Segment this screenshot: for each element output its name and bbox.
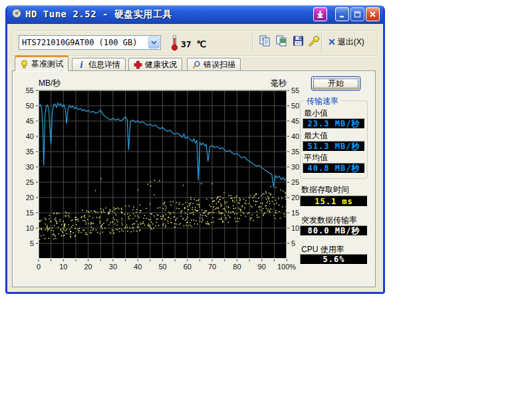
burst-rate-label: 突发数据传输率 xyxy=(301,215,357,226)
svg-text:MB/秒: MB/秒 xyxy=(39,78,61,88)
avg-label: 平均值 xyxy=(304,152,328,164)
svg-text:70: 70 xyxy=(208,263,216,271)
svg-text:20: 20 xyxy=(26,194,34,201)
drive-select[interactable]: HTS721010G9AT00 (100 GB) xyxy=(19,35,161,50)
app-window: HD Tune 2.52 - 硬盘实用工具 HTS721010G9AT00 (1… xyxy=(5,5,385,294)
info-icon: i xyxy=(77,61,86,69)
start-button[interactable]: 开始 xyxy=(311,76,360,90)
access-time-value: 15.1 ms xyxy=(300,196,368,207)
svg-text:50: 50 xyxy=(26,102,34,110)
chevron-down-icon[interactable] xyxy=(148,37,160,49)
maximize-button[interactable] xyxy=(350,7,364,21)
toolbar-separator xyxy=(252,33,253,51)
tab-error-scan[interactable]: 错误扫描 xyxy=(187,58,241,71)
svg-text:40: 40 xyxy=(134,263,142,271)
svg-text:80: 80 xyxy=(233,263,241,271)
red-cross-icon xyxy=(134,61,142,69)
copy-text-button[interactable] xyxy=(257,35,272,49)
tab-label: 信息详情 xyxy=(88,59,120,70)
temperature-indicator: 37 ℃ xyxy=(171,34,206,54)
svg-text:15: 15 xyxy=(26,209,34,217)
svg-text:5: 5 xyxy=(291,239,295,247)
svg-text:40: 40 xyxy=(26,132,34,140)
window-title: HD Tune 2.52 - 硬盘实用工具 xyxy=(25,9,172,21)
svg-text:100%: 100% xyxy=(277,263,296,271)
titlebar[interactable]: HD Tune 2.52 - 硬盘实用工具 xyxy=(7,5,383,24)
group-title: 传输速率 xyxy=(305,96,340,107)
svg-text:10: 10 xyxy=(59,263,67,271)
tab-label: 错误扫描 xyxy=(203,59,235,70)
copy-screenshot-icon xyxy=(276,35,287,49)
max-value: 51.3 MB/秒 xyxy=(303,141,365,152)
save-screenshot-button[interactable] xyxy=(291,35,305,49)
burst-rate-value: 80.0 MB/秒 xyxy=(300,225,368,236)
magnifier-icon xyxy=(192,61,201,69)
min-label: 最小值 xyxy=(304,108,328,119)
tab-benchmark[interactable]: 基准测试 xyxy=(15,55,68,71)
svg-text:0: 0 xyxy=(37,263,41,271)
svg-text:10: 10 xyxy=(26,224,34,232)
minimize-button[interactable] xyxy=(335,7,349,21)
wrench-icon xyxy=(308,35,320,49)
svg-text:30: 30 xyxy=(26,163,34,171)
access-time-label: 数据存取时间 xyxy=(301,184,349,196)
tab-info[interactable]: i 信息详情 xyxy=(72,58,126,71)
copy-text-icon xyxy=(259,35,271,49)
svg-text:25: 25 xyxy=(26,178,34,186)
benchmark-chart: 5510101515202025253030353540404545505055… xyxy=(13,71,300,272)
cpu-usage-value: 5.6% xyxy=(300,254,368,265)
lightbulb-icon xyxy=(20,60,29,68)
drive-select-value: HTS721010G9AT00 (100 GB) xyxy=(19,38,148,47)
toolbar-separator xyxy=(321,33,323,51)
min-value: 23.3 MB/秒 xyxy=(303,118,365,129)
update-download-button[interactable] xyxy=(313,7,327,21)
avg-value: 40.8 MB/秒 xyxy=(303,163,365,174)
svg-text:35: 35 xyxy=(26,148,34,156)
svg-text:55: 55 xyxy=(26,86,34,94)
client-area: HTS721010G9AT00 (100 GB) 37 ℃ xyxy=(7,24,383,292)
results-panel: 开始 传输速率 最小值 23.3 MB/秒 最大值 51.3 MB/秒 平均值 … xyxy=(299,71,375,284)
transfer-rate-group: 传输速率 最小值 23.3 MB/秒 最大值 51.3 MB/秒 平均值 40.… xyxy=(300,100,368,179)
max-label: 最大值 xyxy=(304,130,328,142)
tab-health[interactable]: 健康状况 xyxy=(128,58,182,71)
save-floppy-icon xyxy=(293,35,304,49)
close-button[interactable] xyxy=(366,7,380,21)
copy-screenshot-button[interactable] xyxy=(274,35,289,49)
options-button[interactable] xyxy=(307,35,321,49)
exit-x-icon: ✕ xyxy=(328,37,336,47)
thermometer-icon xyxy=(171,34,178,54)
svg-text:20: 20 xyxy=(84,263,92,271)
svg-text:毫秒: 毫秒 xyxy=(271,78,287,88)
svg-text:50: 50 xyxy=(158,263,166,271)
benchmark-tab-page: 5510101515202025253030353540404545505055… xyxy=(12,70,376,287)
tab-label: 健康状况 xyxy=(145,59,177,70)
svg-text:45: 45 xyxy=(26,117,34,125)
app-icon xyxy=(11,8,22,21)
svg-text:90: 90 xyxy=(258,263,266,271)
exit-button[interactable]: ✕ 退出(X) xyxy=(325,35,367,49)
tab-label: 基准测试 xyxy=(31,59,63,70)
exit-label: 退出(X) xyxy=(338,37,364,48)
svg-text:60: 60 xyxy=(184,263,192,271)
svg-text:5: 5 xyxy=(30,239,34,247)
temperature-value: 37 ℃ xyxy=(181,39,206,49)
svg-text:30: 30 xyxy=(109,263,117,271)
